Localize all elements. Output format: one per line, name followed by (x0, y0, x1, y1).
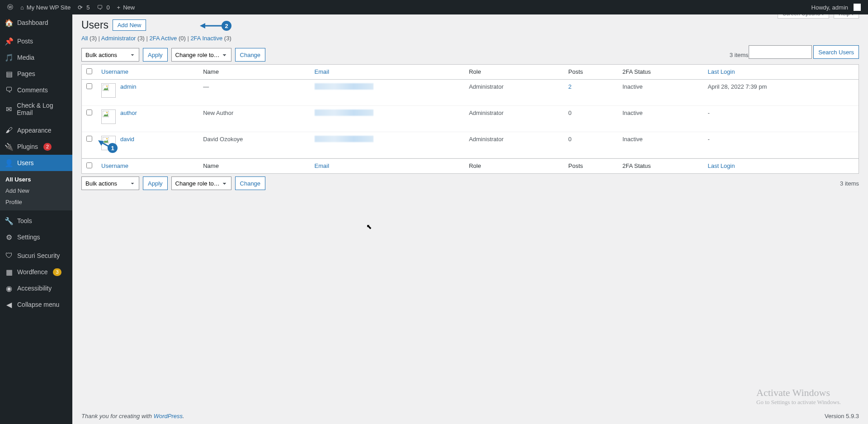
sidebar-item-comments[interactable]: 🗨Comments (0, 82, 72, 98)
avatar (854, 4, 861, 11)
filter-2fa-inactive[interactable]: 2FA Inactive (190, 35, 222, 42)
accessibility-icon: ◉ (5, 284, 14, 293)
collapse-icon: ◀ (5, 300, 14, 309)
tfa-cell: Inactive (618, 106, 703, 132)
row-checkbox[interactable] (86, 110, 92, 115)
change-role-select[interactable]: Change role to… (171, 48, 231, 62)
broken-image-icon (101, 83, 116, 98)
filter-administrator[interactable]: Administrator (101, 35, 136, 42)
tablenav-bottom: Bulk actions Apply Change role to… Chang… (81, 174, 859, 193)
posts-link[interactable]: 2 (568, 83, 571, 90)
version-label: Version 5.9.3 (825, 413, 859, 419)
tablenav-top: Bulk actions Apply Change role to… Chang… (81, 45, 749, 64)
apply-button[interactable]: Apply (143, 176, 168, 190)
email-cell (310, 80, 465, 106)
sidebar-item-plugins[interactable]: 🔌Plugins2 (0, 138, 72, 155)
sidebar-label: Collapse menu (17, 301, 59, 308)
select-all-bottom[interactable] (86, 162, 92, 168)
col-last-login[interactable]: Last Login (703, 158, 859, 173)
site-name-link[interactable]: ⌂My New WP Site (17, 0, 74, 14)
sidebar-item-accessibility[interactable]: ◉Accessibility (0, 280, 72, 296)
items-count: 3 items (840, 180, 859, 187)
sidebar-item-sucuri[interactable]: 🛡Sucuri Security (0, 248, 72, 264)
collapse-menu[interactable]: ◀Collapse menu (0, 296, 72, 313)
role-cell: Administrator (464, 132, 564, 158)
updates-count: 5 (86, 4, 90, 11)
submenu-profile[interactable]: Profile (0, 196, 72, 208)
col-last-login[interactable]: Last Login (703, 65, 859, 80)
sidebar-item-users[interactable]: 👤Users (0, 155, 72, 171)
col-email[interactable]: Email (310, 65, 465, 80)
search-input[interactable] (749, 45, 812, 59)
gauge-icon: 🏠 (5, 18, 14, 27)
role-cell: Administrator (464, 106, 564, 132)
shield-icon: 🛡 (5, 251, 14, 260)
apply-button[interactable]: Apply (143, 48, 168, 62)
col-name: Name (198, 158, 310, 173)
account-link[interactable]: Howdy, admin (808, 0, 864, 14)
new-content-link[interactable]: +New (113, 0, 139, 14)
mail-icon: ✉ (5, 105, 13, 114)
col-2fa: 2FA Status (618, 65, 703, 80)
sidebar-item-tools[interactable]: 🔧Tools (0, 213, 72, 229)
sidebar-label: Plugins (17, 143, 38, 150)
posts-cell: 0 (564, 106, 618, 132)
new-label: New (123, 4, 135, 11)
sidebar-item-settings[interactable]: ⚙Settings (0, 229, 72, 245)
submenu-all-users[interactable]: All Users (0, 174, 72, 185)
change-role-select[interactable]: Change role to… (171, 176, 231, 190)
firewall-icon: ▦ (5, 267, 14, 276)
col-name: Name (198, 65, 310, 80)
bulk-actions-select[interactable]: Bulk actions (81, 48, 139, 62)
sidebar-item-media[interactable]: 🎵Media (0, 49, 72, 66)
comment-icon: 🗨 (5, 86, 14, 95)
media-icon: 🎵 (5, 53, 14, 62)
table-row: admin—Administrator2InactiveApril 28, 20… (82, 80, 859, 106)
sidebar-label: Media (17, 54, 34, 61)
filter-links: All (3) | Administrator (3) | 2FA Active… (81, 35, 859, 42)
sidebar-item-check-email[interactable]: ✉Check & Log Email (0, 98, 72, 120)
site-name-label: My New WP Site (27, 4, 71, 11)
filter-all[interactable]: All (81, 35, 88, 42)
sidebar-label: Settings (17, 233, 40, 241)
sidebar-item-wordfence[interactable]: ▦Wordfence3 (0, 264, 72, 280)
sidebar-item-dashboard[interactable]: 🏠Dashboard (0, 14, 72, 31)
comments-link[interactable]: 🗨0 (93, 0, 113, 14)
search-users-button[interactable]: Search Users (813, 45, 859, 59)
change-button[interactable]: Change (235, 176, 266, 190)
sidebar-item-pages[interactable]: ▤Pages (0, 66, 72, 82)
username-link[interactable]: admin (120, 83, 136, 90)
filter-2fa-active[interactable]: 2FA Active (150, 35, 177, 42)
username-link[interactable]: david (120, 136, 134, 143)
name-cell: — (198, 80, 310, 106)
sidebar-label: Users (17, 159, 34, 167)
refresh-icon: ⟳ (78, 4, 83, 11)
sidebar-item-appearance[interactable]: 🖌Appearance (0, 122, 72, 138)
col-email[interactable]: Email (310, 158, 465, 173)
select-all-top[interactable] (86, 68, 92, 74)
redacted-email (315, 110, 373, 116)
sidebar-label: Wordfence (17, 268, 47, 276)
add-new-button[interactable]: Add New (113, 19, 146, 31)
wordfence-badge: 3 (53, 268, 61, 276)
sidebar-label: Sucuri Security (17, 252, 60, 259)
row-checkbox[interactable] (86, 136, 92, 142)
change-button[interactable]: Change (235, 48, 266, 62)
submenu-add-new[interactable]: Add New (0, 185, 72, 196)
annotation-arrow-2 (200, 22, 222, 30)
username-link[interactable]: author (120, 110, 137, 116)
table-row: authorNew AuthorAdministrator0Inactive- (82, 106, 859, 132)
sidebar-item-posts[interactable]: 📌Posts (0, 33, 72, 49)
row-checkbox[interactable] (86, 83, 92, 89)
wordpress-link[interactable]: WordPress (154, 413, 183, 419)
sliders-icon: ⚙ (5, 233, 14, 242)
items-count: 3 items (730, 52, 749, 58)
wp-logo[interactable]: ⓦ (4, 0, 17, 14)
users-submenu: All Users Add New Profile (0, 171, 72, 210)
col-username[interactable]: Username (97, 158, 198, 173)
col-posts: Posts (564, 158, 618, 173)
bulk-actions-select[interactable]: Bulk actions (81, 176, 139, 190)
updates-link[interactable]: ⟳5 (74, 0, 93, 14)
col-username[interactable]: Username (97, 65, 198, 80)
wordpress-icon: ⓦ (7, 3, 13, 11)
